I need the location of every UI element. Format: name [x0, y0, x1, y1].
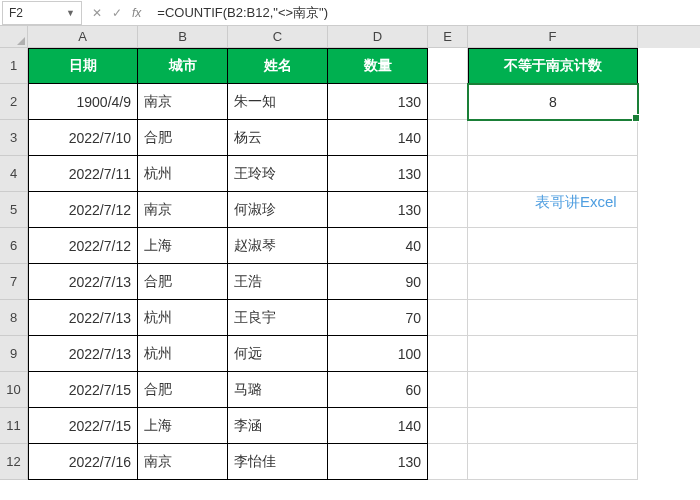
table-row: 5 2022/7/12 南京 何淑珍 130 [0, 192, 700, 228]
cell-name[interactable]: 李涵 [228, 408, 328, 444]
cell-e[interactable] [428, 300, 468, 336]
cell-date[interactable]: 2022/7/12 [28, 228, 138, 264]
header-city[interactable]: 城市 [138, 48, 228, 84]
check-icon[interactable]: ✓ [112, 6, 122, 20]
cell-e[interactable] [428, 228, 468, 264]
cell-qty[interactable]: 130 [328, 156, 428, 192]
select-all-corner[interactable] [0, 26, 28, 48]
cell-city[interactable]: 南京 [138, 84, 228, 120]
cell-f[interactable] [468, 300, 638, 336]
cell-f[interactable] [468, 120, 638, 156]
name-box-value: F2 [9, 6, 23, 20]
cell-qty[interactable]: 60 [328, 372, 428, 408]
col-header-f[interactable]: F [468, 26, 638, 48]
header-date[interactable]: 日期 [28, 48, 138, 84]
cell-f[interactable] [468, 156, 638, 192]
cell-date[interactable]: 1900/4/9 [28, 84, 138, 120]
cell-qty[interactable]: 140 [328, 408, 428, 444]
cell-f[interactable] [468, 408, 638, 444]
formula-input[interactable]: =COUNTIF(B2:B12,"<>南京") [151, 4, 700, 22]
cell-e[interactable] [428, 84, 468, 120]
cell-date[interactable]: 2022/7/10 [28, 120, 138, 156]
cell-e[interactable] [428, 372, 468, 408]
fx-icon[interactable]: fx [132, 6, 141, 20]
row-header[interactable]: 3 [0, 120, 28, 156]
row-header[interactable]: 6 [0, 228, 28, 264]
col-header-b[interactable]: B [138, 26, 228, 48]
cell-e[interactable] [428, 408, 468, 444]
cell-name[interactable]: 王玲玲 [228, 156, 328, 192]
cell-date[interactable]: 2022/7/12 [28, 192, 138, 228]
rows: 1 日期 城市 姓名 数量 不等于南京计数 2 1900/4/9 南京 朱一知 … [0, 48, 700, 480]
cell-name[interactable]: 赵淑琴 [228, 228, 328, 264]
row-header[interactable]: 9 [0, 336, 28, 372]
cell-date[interactable]: 2022/7/13 [28, 336, 138, 372]
cell-result[interactable]: 8 [468, 84, 638, 120]
row-header[interactable]: 8 [0, 300, 28, 336]
cell-f[interactable] [468, 192, 638, 228]
cell-city[interactable]: 合肥 [138, 372, 228, 408]
cell-city[interactable]: 合肥 [138, 264, 228, 300]
cell-city[interactable]: 杭州 [138, 300, 228, 336]
cell-name[interactable]: 杨云 [228, 120, 328, 156]
col-header-c[interactable]: C [228, 26, 328, 48]
cell-e[interactable] [428, 156, 468, 192]
row-header[interactable]: 12 [0, 444, 28, 480]
cell-date[interactable]: 2022/7/13 [28, 264, 138, 300]
cell-name[interactable]: 朱一知 [228, 84, 328, 120]
cell-f[interactable] [468, 336, 638, 372]
cell-date[interactable]: 2022/7/11 [28, 156, 138, 192]
row-header[interactable]: 4 [0, 156, 28, 192]
cell-city[interactable]: 上海 [138, 408, 228, 444]
cell-qty[interactable]: 130 [328, 84, 428, 120]
cell-name[interactable]: 何远 [228, 336, 328, 372]
cell-city[interactable]: 上海 [138, 228, 228, 264]
cell-date[interactable]: 2022/7/16 [28, 444, 138, 480]
cell-e[interactable] [428, 444, 468, 480]
header-name[interactable]: 姓名 [228, 48, 328, 84]
row-header[interactable]: 10 [0, 372, 28, 408]
cell-date[interactable]: 2022/7/13 [28, 300, 138, 336]
row-header[interactable]: 11 [0, 408, 28, 444]
cell-e[interactable] [428, 264, 468, 300]
table-row: 7 2022/7/13 合肥 王浩 90 [0, 264, 700, 300]
cell-date[interactable]: 2022/7/15 [28, 408, 138, 444]
cell-qty[interactable]: 90 [328, 264, 428, 300]
cell-f[interactable] [468, 444, 638, 480]
header-qty[interactable]: 数量 [328, 48, 428, 84]
cell-city[interactable]: 杭州 [138, 336, 228, 372]
cell-e[interactable] [428, 120, 468, 156]
cell-name[interactable]: 王浩 [228, 264, 328, 300]
cell-qty[interactable]: 40 [328, 228, 428, 264]
cell-qty[interactable]: 100 [328, 336, 428, 372]
cell-f[interactable] [468, 264, 638, 300]
cell-qty[interactable]: 130 [328, 444, 428, 480]
cell-e[interactable] [428, 336, 468, 372]
cell-qty[interactable]: 140 [328, 120, 428, 156]
header-count[interactable]: 不等于南京计数 [468, 48, 638, 84]
cell-e1[interactable] [428, 48, 468, 84]
row-header[interactable]: 2 [0, 84, 28, 120]
cell-f[interactable] [468, 228, 638, 264]
cell-qty[interactable]: 70 [328, 300, 428, 336]
col-header-d[interactable]: D [328, 26, 428, 48]
col-header-e[interactable]: E [428, 26, 468, 48]
cell-e[interactable] [428, 192, 468, 228]
cell-city[interactable]: 杭州 [138, 156, 228, 192]
row-header[interactable]: 5 [0, 192, 28, 228]
cell-city[interactable]: 南京 [138, 444, 228, 480]
cell-city[interactable]: 合肥 [138, 120, 228, 156]
cell-f[interactable] [468, 372, 638, 408]
cell-name[interactable]: 何淑珍 [228, 192, 328, 228]
cell-qty[interactable]: 130 [328, 192, 428, 228]
name-box[interactable]: F2 ▼ [2, 1, 82, 25]
row-header[interactable]: 7 [0, 264, 28, 300]
cell-name[interactable]: 王良宇 [228, 300, 328, 336]
cancel-icon[interactable]: ✕ [92, 6, 102, 20]
cell-name[interactable]: 李怡佳 [228, 444, 328, 480]
cell-city[interactable]: 南京 [138, 192, 228, 228]
row-header[interactable]: 1 [0, 48, 28, 84]
cell-name[interactable]: 马璐 [228, 372, 328, 408]
col-header-a[interactable]: A [28, 26, 138, 48]
cell-date[interactable]: 2022/7/15 [28, 372, 138, 408]
